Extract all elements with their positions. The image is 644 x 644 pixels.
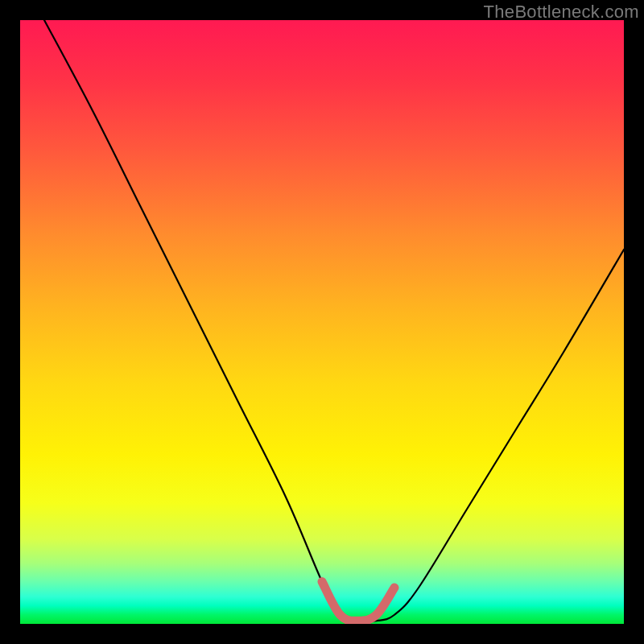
chart-stage: TheBottleneck.com: [0, 0, 644, 644]
highlight-band-path: [322, 582, 394, 621]
bottleneck-curve-path: [44, 20, 624, 621]
plot-area: [20, 20, 624, 624]
curve-layer: [20, 20, 624, 624]
